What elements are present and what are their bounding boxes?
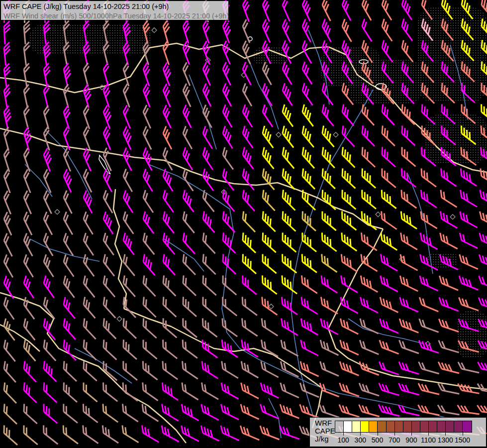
wind-barb	[417, 362, 441, 374]
wind-barb	[239, 190, 259, 211]
wind-barb	[359, 105, 379, 125]
wind-barb	[360, 19, 377, 41]
wind-barb	[258, 426, 282, 440]
wind-barb	[180, 275, 200, 296]
wind-barb	[62, 148, 76, 171]
wind-barb	[338, 190, 360, 209]
wind-barb	[161, 126, 177, 149]
wind-barb	[457, 362, 481, 373]
colorbar-tick	[378, 432, 378, 436]
wind-barb	[379, 19, 397, 41]
wind-barb	[21, 254, 38, 277]
wind-barb	[417, 383, 441, 394]
wind-barb	[141, 169, 158, 192]
wind-barb	[100, 318, 120, 338]
cape-colorbar-cell	[395, 421, 403, 432]
wind-barb	[42, 148, 56, 171]
wind-barb	[477, 298, 487, 310]
wind-barb	[438, 168, 460, 186]
wind-barb	[2, 148, 15, 172]
wind-barb	[121, 148, 137, 171]
wind-barb	[219, 339, 241, 357]
wind-barb	[378, 297, 401, 313]
wind-barb	[43, 84, 54, 108]
wind-barb	[139, 339, 161, 359]
cape-colorbar-cell	[369, 421, 378, 432]
wind-barb	[1, 297, 19, 320]
wind-barb	[300, 62, 317, 84]
wind-barb	[318, 340, 341, 355]
wind-barb	[417, 405, 440, 415]
wind-barb	[319, 105, 338, 126]
wind-barb	[458, 168, 480, 186]
wind-barb	[160, 233, 180, 254]
wind-barb	[318, 275, 341, 293]
wind-barb	[140, 190, 158, 213]
wind-barb	[239, 318, 261, 336]
wind-barb	[120, 212, 138, 234]
wind-barb	[280, 147, 299, 169]
wind-barb	[181, 62, 195, 86]
wind-barb	[281, 0, 295, 21]
wind-barb	[181, 147, 198, 170]
wind-barb	[160, 275, 180, 296]
wind-barb	[380, 0, 397, 20]
colorbar-tick-label: 300	[355, 436, 366, 444]
wind-barb	[61, 233, 79, 255]
wind-barb	[82, 84, 95, 108]
wind-barb	[139, 426, 162, 443]
wind-barb	[299, 83, 317, 106]
wind-barb	[41, 233, 58, 256]
cape-colorbar-cell	[446, 421, 454, 432]
colorbar-tick	[445, 432, 446, 436]
colorbar-tick	[360, 432, 361, 436]
wind-barb	[42, 191, 57, 214]
wind-barb	[159, 361, 181, 379]
wind-barb	[457, 233, 481, 248]
cape-colorbar-cell	[361, 421, 369, 432]
wind-barb	[201, 62, 216, 86]
wind-barb	[338, 211, 360, 230]
wind-barb	[201, 84, 216, 107]
wind-barb	[299, 105, 318, 126]
wind-barb	[160, 254, 180, 275]
wind-barb	[397, 362, 420, 374]
wind-barb	[418, 168, 440, 187]
cape-colorbar-cell	[412, 421, 420, 432]
wind-barb	[121, 169, 137, 192]
colorbar-tick	[343, 432, 344, 436]
cape-colorbar-cell	[344, 421, 352, 432]
wind-barb	[121, 105, 136, 128]
wind-barb	[360, 0, 377, 20]
wind-barb	[398, 211, 420, 228]
wind-barb	[398, 104, 419, 124]
wind-barb	[377, 383, 401, 396]
wind-barb	[221, 41, 235, 64]
wind-barb	[179, 404, 201, 421]
wind-barb	[438, 190, 460, 208]
wind-barb	[162, 20, 174, 44]
wind-barb	[42, 106, 54, 129]
wind-barb	[201, 20, 215, 43]
wind-barb	[3, 106, 14, 130]
wind-barb	[199, 275, 220, 295]
wind-barb	[22, 127, 35, 151]
wind-barb	[399, 19, 417, 41]
wind-barb	[198, 426, 222, 441]
wind-barb	[379, 104, 398, 125]
wind-barb	[280, 62, 297, 85]
wind-barb	[339, 147, 359, 167]
wind-barb	[42, 127, 55, 150]
wind-barb	[100, 276, 120, 297]
wind-barb	[258, 361, 281, 377]
wind-barb	[219, 212, 239, 232]
wind-barb	[339, 105, 359, 126]
wind-barb	[238, 361, 261, 378]
wind-barb	[279, 275, 300, 294]
wind-barb	[99, 425, 122, 443]
colorbar-tick-label: 1500	[455, 436, 470, 444]
wind-barb	[161, 105, 177, 128]
wind-barb	[300, 19, 316, 42]
wind-barb	[218, 404, 242, 420]
wind-barb	[61, 297, 80, 319]
